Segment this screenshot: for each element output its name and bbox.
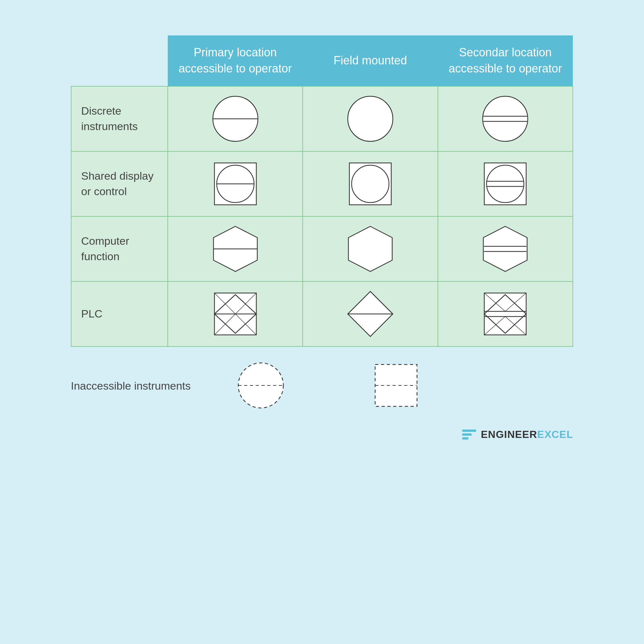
svg-marker-18: [483, 226, 527, 271]
row-label-shared: Shared display or control: [71, 151, 168, 216]
table-row: Shared display or control: [71, 151, 573, 216]
page-container: Primary location accessible to operator …: [32, 16, 612, 628]
logo-bar-2: [462, 433, 472, 436]
svg-marker-17: [348, 226, 392, 271]
logo-engineer: ENGINEER: [481, 429, 537, 440]
logo-excel: EXCEL: [537, 429, 573, 440]
logo-area: ENGINEEREXCEL: [71, 429, 573, 440]
table-row: Discrete instruments: [71, 86, 573, 151]
svg-point-10: [352, 165, 389, 203]
symbol-plc-field: [303, 281, 438, 346]
header-col2: Field mounted: [303, 35, 438, 86]
header-empty-cell: [71, 35, 168, 86]
logo-icon: [462, 430, 476, 440]
logo-text: ENGINEEREXCEL: [481, 429, 573, 440]
symbol-computer-primary: [168, 216, 303, 281]
symbol-discrete-secondary: [438, 86, 573, 151]
symbol-shared-primary: [168, 151, 303, 216]
header-col1: Primary location accessible to operator: [168, 35, 303, 86]
table-row: Computer function: [71, 216, 573, 281]
svg-point-2: [348, 96, 393, 141]
symbol-discrete-field: [303, 86, 438, 151]
row-label-discrete: Discrete instruments: [71, 86, 168, 151]
logo-bar-1: [462, 430, 476, 432]
svg-point-3: [483, 96, 528, 141]
symbol-computer-secondary: [438, 216, 573, 281]
inaccessible-section: Inaccessible instruments: [71, 360, 573, 412]
symbol-shared-field: [303, 151, 438, 216]
row-label-plc: PLC: [71, 281, 168, 346]
inaccessible-label: Inaccessible instruments: [71, 380, 193, 392]
inaccessible-square-symbol: [328, 360, 464, 412]
symbol-computer-field: [303, 216, 438, 281]
table-row: PLC: [71, 281, 573, 346]
header-col3: Secondar location accessible to operator: [438, 35, 573, 86]
symbol-table: Primary location accessible to operator …: [71, 35, 573, 347]
svg-point-12: [487, 165, 524, 203]
symbol-plc-secondary: [438, 281, 573, 346]
symbol-shared-secondary: [438, 151, 573, 216]
inaccessible-circle-symbol: [193, 360, 328, 412]
logo-bar-3: [462, 437, 469, 440]
symbol-plc-primary: [168, 281, 303, 346]
row-label-computer: Computer function: [71, 216, 168, 281]
symbol-discrete-primary: [168, 86, 303, 151]
